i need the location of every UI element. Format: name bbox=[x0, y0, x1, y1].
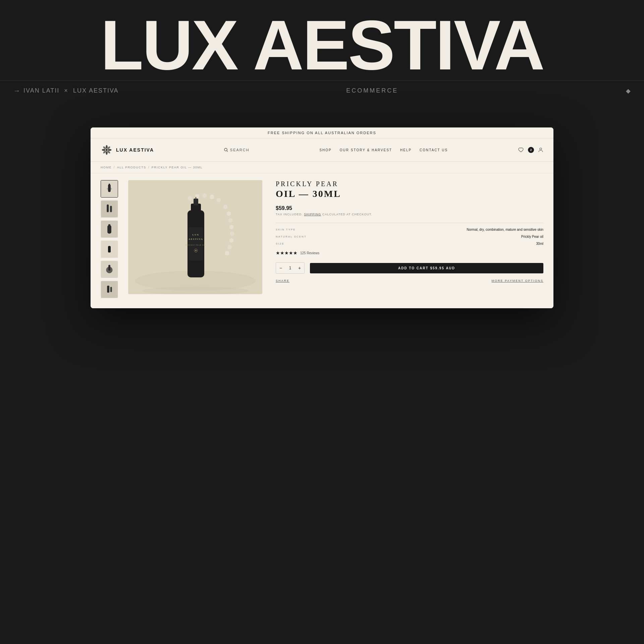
quantity-row: − 1 + ADD TO CART $59.95 AUD bbox=[276, 262, 543, 274]
mockup-container: FREE SHIPPING ON ALL AUSTRALIAN ORDERS bbox=[0, 101, 644, 355]
page-title: LUX AESTIVA bbox=[0, 0, 644, 80]
svg-line-10 bbox=[227, 151, 228, 152]
breadcrumb: HOME / ALL PRODUCTS / PRICKLY PEAR OIL —… bbox=[91, 162, 553, 173]
breadcrumb-home[interactable]: HOME bbox=[101, 166, 112, 169]
svg-rect-27 bbox=[108, 265, 110, 271]
svg-rect-15 bbox=[109, 184, 110, 185]
svg-point-35 bbox=[228, 218, 233, 223]
nav-story[interactable]: OUR STORY & HARVEST bbox=[340, 148, 392, 152]
reviews-row: ★★★★★ 125 Reviews bbox=[276, 250, 543, 256]
scent-label: NATURAL SCENT bbox=[276, 235, 307, 238]
shipping-note: CALCULATED AT CHECKOUT. bbox=[322, 213, 372, 216]
meta-scent: NATURAL SCENT Prickly Pear oil bbox=[276, 235, 543, 238]
store-nav: LUX AESTIVA SEARCH SHOP OUR STORY & HARV… bbox=[91, 139, 553, 162]
store-logo-text: LUX AESTIVA bbox=[116, 147, 154, 153]
svg-point-37 bbox=[230, 231, 234, 236]
product-image-svg: LUX AESTIVA PRICKLY PEAR OIL bbox=[128, 180, 262, 294]
product-details: PRICKLY PEAR OIL — 30ML $59.95 TAX INCLU… bbox=[272, 180, 543, 298]
search-label: SEARCH bbox=[230, 148, 250, 152]
svg-rect-18 bbox=[110, 206, 112, 212]
share-link[interactable]: SHARE bbox=[276, 279, 289, 282]
meta-size: SIZE 30ml bbox=[276, 242, 543, 246]
thumbnail-column bbox=[101, 180, 118, 298]
stars: ★★★★★ bbox=[276, 250, 298, 256]
svg-point-3 bbox=[102, 149, 106, 151]
scent-value: Prickly Pear oil bbox=[310, 235, 543, 238]
quantity-decrease-button[interactable]: − bbox=[276, 263, 285, 273]
svg-point-39 bbox=[227, 245, 232, 250]
svg-point-40 bbox=[225, 251, 229, 256]
svg-rect-24 bbox=[108, 246, 111, 252]
review-count: 125 Reviews bbox=[300, 251, 319, 255]
svg-rect-30 bbox=[110, 287, 112, 292]
account-icon[interactable] bbox=[538, 147, 543, 153]
svg-rect-50 bbox=[189, 227, 203, 261]
shipping-link[interactable]: SHIPPING bbox=[304, 213, 321, 216]
breadcrumb-all-products[interactable]: ALL PRODUCTS bbox=[117, 166, 146, 169]
product-meta: SKIN TYPE Normal, dry, combination, matu… bbox=[276, 223, 543, 246]
svg-text:AESTIVA: AESTIVA bbox=[189, 238, 203, 240]
svg-rect-17 bbox=[107, 205, 109, 212]
svg-rect-20 bbox=[107, 225, 111, 233]
skin-type-value: Normal, dry, combination, mature and sen… bbox=[309, 228, 543, 231]
svg-point-11 bbox=[540, 148, 542, 150]
thumbnail-6[interactable] bbox=[101, 281, 118, 298]
wishlist-icon[interactable] bbox=[518, 147, 524, 153]
svg-point-42 bbox=[210, 195, 214, 199]
thumbnail-2[interactable] bbox=[101, 200, 118, 218]
add-to-cart-button[interactable]: ADD TO CART $59.95 AUD bbox=[310, 263, 543, 273]
nav-icons: 2 bbox=[518, 147, 543, 153]
subtitle-center: ECOMMERCE bbox=[346, 87, 398, 94]
main-image-column: LUX AESTIVA PRICKLY PEAR OIL bbox=[128, 180, 262, 298]
nav-shop[interactable]: SHOP bbox=[319, 148, 331, 152]
svg-point-45 bbox=[187, 196, 192, 201]
svg-text:LUX: LUX bbox=[193, 233, 200, 236]
meta-skin-type: SKIN TYPE Normal, dry, combination, matu… bbox=[276, 228, 543, 231]
svg-point-34 bbox=[226, 211, 231, 216]
svg-point-36 bbox=[229, 225, 234, 229]
payment-options-link[interactable]: MORE PAYMENT OPTIONS bbox=[491, 279, 543, 282]
store-logo: LUX AESTIVA bbox=[101, 144, 154, 156]
svg-rect-49 bbox=[196, 197, 196, 200]
svg-point-9 bbox=[224, 148, 227, 151]
main-product-image: LUX AESTIVA PRICKLY PEAR OIL bbox=[128, 180, 262, 294]
thumbnail-4[interactable] bbox=[101, 240, 118, 258]
size-value: 30ml bbox=[309, 242, 543, 246]
search-icon bbox=[224, 148, 228, 152]
thumbnail-1[interactable] bbox=[101, 180, 118, 198]
browser-window: FREE SHIPPING ON ALL AUSTRALIAN ORDERS bbox=[91, 127, 553, 308]
store-nav-links: SHOP OUR STORY & HARVEST HELP CONTACT US bbox=[319, 148, 448, 152]
svg-point-38 bbox=[229, 238, 234, 243]
svg-point-2 bbox=[106, 151, 107, 155]
svg-text:PRICKLY PEAR OIL: PRICKLY PEAR OIL bbox=[186, 244, 206, 246]
tax-note: TAX INCLUDED. bbox=[276, 213, 303, 216]
search-control[interactable]: SEARCH bbox=[224, 148, 250, 152]
nav-contact[interactable]: CONTACT US bbox=[420, 148, 448, 152]
product-tax: TAX INCLUDED. SHIPPING CALCULATED AT CHE… bbox=[276, 213, 543, 216]
subtitle-brand: LUX AESTIVA bbox=[73, 87, 119, 94]
subtitle-author: IVAN LATII bbox=[23, 87, 59, 94]
svg-point-1 bbox=[106, 145, 107, 149]
svg-rect-16 bbox=[101, 201, 118, 217]
arrow-icon: → bbox=[13, 87, 21, 95]
quantity-control[interactable]: − 1 + bbox=[276, 262, 305, 274]
svg-point-43 bbox=[202, 193, 207, 198]
thumbnail-3[interactable] bbox=[101, 220, 118, 238]
thumbnail-5[interactable] bbox=[101, 261, 118, 278]
product-title-small: PRICKLY PEAR bbox=[276, 180, 543, 188]
subtitle-left: → IVAN LATII × LUX AESTIVA bbox=[13, 87, 119, 95]
nav-help[interactable]: HELP bbox=[400, 148, 412, 152]
breadcrumb-sep1: / bbox=[114, 166, 115, 169]
svg-point-33 bbox=[223, 205, 228, 209]
svg-point-55 bbox=[195, 250, 197, 251]
product-title-large: OIL — 30ML bbox=[276, 189, 543, 199]
cart-badge[interactable]: 2 bbox=[528, 147, 534, 153]
bottom-links: SHARE MORE PAYMENT OPTIONS bbox=[276, 279, 543, 282]
svg-rect-29 bbox=[107, 285, 109, 292]
breadcrumb-sep2: / bbox=[148, 166, 150, 169]
skin-type-label: SKIN TYPE bbox=[276, 228, 306, 231]
subtitle-diamond: ◆ bbox=[626, 87, 631, 95]
quantity-increase-button[interactable]: + bbox=[295, 263, 304, 273]
breadcrumb-current: PRICKLY PEAR OIL — 30ML bbox=[152, 166, 203, 169]
size-label: SIZE bbox=[276, 242, 306, 245]
